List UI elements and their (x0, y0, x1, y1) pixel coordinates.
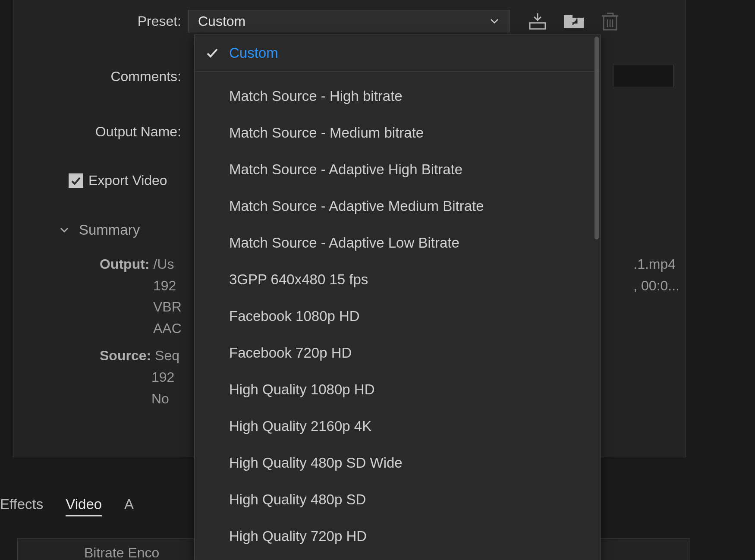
export-video-checkbox[interactable] (69, 173, 83, 188)
preset-option[interactable]: High Quality 720p HD (195, 518, 600, 554)
chevron-down-icon (489, 16, 500, 26)
summary-label: Summary (79, 222, 140, 238)
output-label-bold: Output: (100, 256, 150, 272)
save-preset-icon[interactable] (526, 11, 549, 31)
preset-option[interactable]: Facebook 720p HD (195, 334, 600, 371)
preset-label: Preset: (13, 13, 188, 29)
summary-right-trunc: .1.mp4 , 00:0... (633, 254, 680, 296)
preset-option[interactable]: High Quality 480p SD (195, 481, 600, 518)
preset-option[interactable]: High Quality 1080p HD (195, 371, 600, 408)
preset-option-custom[interactable]: Custom (195, 35, 600, 72)
comments-input[interactable] (613, 65, 673, 87)
preset-dropdown-menu: Custom Match Source - High bitrate Match… (194, 35, 601, 560)
preset-option[interactable]: High Quality 480p SD Wide (195, 444, 600, 481)
output-name-label: Output Name: (13, 124, 188, 140)
preset-dropdown[interactable]: Custom (188, 10, 510, 32)
tab-audio[interactable]: A (124, 496, 134, 513)
summary-header[interactable]: Summary (59, 222, 140, 238)
source-label-bold: Source: (100, 348, 151, 363)
svg-rect-0 (530, 23, 545, 29)
preset-option[interactable]: 3GPP 640x480 15 fps (195, 261, 600, 298)
comments-label: Comments: (13, 69, 188, 85)
preset-option[interactable]: Match Source - Adaptive Low Bitrate (195, 224, 600, 261)
export-video-label: Export Video (88, 173, 167, 189)
svg-rect-2 (564, 15, 573, 19)
dropdown-scrollbar[interactable] (595, 37, 599, 239)
preset-option[interactable]: Match Source - High bitrate (195, 78, 600, 114)
delete-preset-icon (598, 11, 622, 31)
preset-option[interactable]: High Quality 2160p 4K (195, 408, 600, 444)
preset-option[interactable]: Match Source - Adaptive High Bitrate (195, 151, 600, 188)
disclosure-triangle-icon (59, 225, 69, 235)
tab-effects[interactable]: Effects (0, 496, 43, 513)
preset-option[interactable]: Facebook 1080p HD (195, 298, 600, 334)
checkmark-icon (206, 47, 219, 60)
preset-option[interactable]: Match Source - Adaptive Medium Bitrate (195, 188, 600, 224)
preset-selected-value: Custom (198, 13, 245, 29)
preset-option[interactable]: Match Source - Medium bitrate (195, 114, 600, 151)
summary-body: Output: /Us 192 VBR AAC Source: Seq 192 … (100, 254, 182, 409)
tabs-row: Effects Video A (0, 496, 134, 516)
import-preset-icon[interactable] (562, 11, 585, 31)
tab-video[interactable]: Video (66, 496, 102, 516)
